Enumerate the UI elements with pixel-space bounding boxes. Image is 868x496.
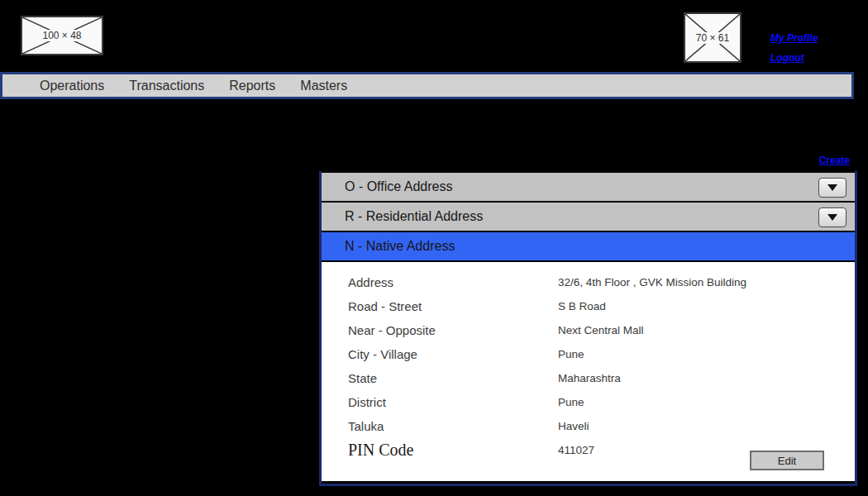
field-label: Taluka	[348, 419, 558, 433]
field-label: Near - Opposite	[348, 323, 558, 337]
field-label: District	[348, 395, 558, 409]
profile-placeholder-label: 70 × 61	[694, 32, 732, 44]
nav-item[interactable]: Reports	[229, 79, 275, 93]
accordion-header-native-address[interactable]: N - Native Address	[322, 231, 855, 260]
native-address-details: Address 32/6, 4th Floor , GVK Mission Bu…	[322, 260, 855, 481]
field-row: Address 32/6, 4th Floor , GVK Mission Bu…	[348, 270, 855, 294]
address-accordion-panel: O - Office Address R - Residential Addre…	[319, 171, 857, 486]
field-value: Pune	[558, 348, 584, 360]
create-link[interactable]: Create	[819, 155, 850, 166]
profile-placeholder-image: 70 × 61	[684, 12, 742, 63]
accordion-header-office-address[interactable]: O - Office Address	[322, 171, 855, 201]
field-row: Near - Opposite Next Central Mall	[348, 318, 855, 342]
logout-link[interactable]: Logout	[770, 52, 804, 64]
chevron-down-icon[interactable]	[818, 178, 847, 198]
accordion-title: R - Residential Address	[345, 209, 483, 224]
nav-item[interactable]: Transactions	[129, 79, 204, 93]
field-label: City - Village	[348, 347, 558, 361]
accordion-title: N - Native Address	[345, 239, 455, 254]
accordion-title: O - Office Address	[345, 179, 452, 194]
field-label: Address	[348, 275, 558, 289]
main-nav-bar: Operations Transactions Reports Masters	[0, 72, 854, 99]
field-row: City - Village Pune	[348, 342, 855, 366]
accordion-header-residential-address[interactable]: R - Residential Address	[322, 201, 855, 231]
field-label: PIN Code	[348, 441, 558, 460]
field-value: Pune	[558, 396, 584, 408]
field-value: S B Road	[558, 300, 606, 312]
field-label: State	[348, 371, 558, 385]
field-row: State Maharashtra	[348, 366, 855, 390]
nav-item[interactable]: Masters	[300, 79, 347, 93]
field-label: Road - Street	[348, 299, 558, 313]
my-profile-link[interactable]: My Profile	[770, 32, 818, 44]
field-row: Road - Street S B Road	[348, 294, 855, 318]
field-value: Haveli	[558, 420, 589, 432]
field-value: 32/6, 4th Floor , GVK Mission Building	[558, 276, 746, 289]
chevron-down-icon[interactable]	[818, 207, 847, 227]
field-value: 411027	[558, 444, 594, 456]
logo-placeholder-image: 100 × 48	[21, 16, 103, 55]
logo-placeholder-label: 100 × 48	[40, 30, 83, 41]
field-row: District Pune	[348, 390, 855, 414]
field-value: Next Central Mall	[558, 324, 644, 336]
nav-item[interactable]: Operations	[40, 79, 104, 93]
field-row: Taluka Haveli	[348, 414, 855, 438]
edit-button[interactable]: Edit	[750, 451, 824, 470]
field-value: Maharashtra	[558, 372, 621, 384]
